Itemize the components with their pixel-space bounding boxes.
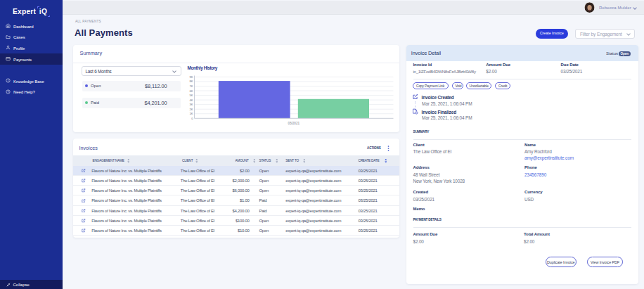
svg-text:3K: 3K (189, 103, 193, 106)
svg-text:2K: 2K (189, 108, 193, 111)
svg-text:03/2021: 03/2021 (288, 122, 300, 125)
svg-text:7K: 7K (189, 84, 193, 88)
svg-text:9K: 9K (189, 75, 193, 79)
svg-text:1K: 1K (189, 112, 193, 115)
svg-text:8K: 8K (189, 79, 193, 83)
svg-text:6K: 6K (189, 89, 193, 93)
svg-text:5K: 5K (189, 94, 193, 97)
svg-text:0: 0 (191, 117, 193, 120)
svg-text:4K: 4K (189, 98, 193, 102)
